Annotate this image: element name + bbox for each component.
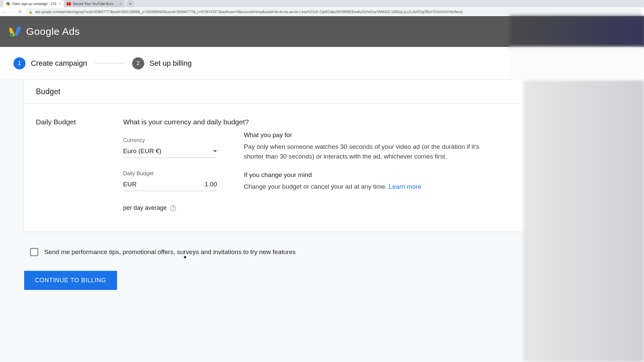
- favicon-youtube-icon: [67, 2, 71, 5]
- info-change-text: Change your budget or cancel your ad at …: [244, 182, 485, 192]
- reload-icon[interactable]: ⟳: [18, 9, 22, 14]
- card-header: Budget: [24, 80, 533, 104]
- tab-close-icon[interactable]: ×: [59, 2, 61, 6]
- browser-tab-inactive[interactable]: Secure Your YouTube Account ×: [64, 0, 124, 7]
- learn-more-link[interactable]: Learn more: [389, 183, 421, 190]
- step-label: Create campaign: [31, 59, 87, 68]
- lock-icon: 🔒: [29, 10, 33, 14]
- daily-budget-field[interactable]: EUR: [123, 179, 217, 191]
- tab-close-icon[interactable]: ×: [120, 2, 122, 6]
- budget-card: Budget Daily Budget What is your currenc…: [23, 80, 533, 232]
- step-label: Set up billing: [150, 59, 192, 68]
- tab-title: Secure Your YouTube Account: [73, 2, 118, 6]
- tips-checkbox-label: Send me performance tips, promotional of…: [44, 248, 296, 256]
- tips-checkbox[interactable]: [30, 248, 38, 256]
- svg-rect-1: [14, 26, 21, 36]
- address-bar-row: ← → ⟳ 🔒 ads.google.com/aw/video/signup?o…: [0, 7, 644, 16]
- help-icon[interactable]: ?: [170, 205, 176, 211]
- daily-budget-input[interactable]: [190, 181, 217, 188]
- budget-question: What is your currency and daily budget?: [123, 118, 264, 126]
- step-connector: [95, 63, 125, 63]
- step-number: 1: [13, 57, 25, 69]
- tab-title: Video sign-up campaign - 270: [12, 2, 57, 6]
- back-icon[interactable]: ←: [3, 9, 7, 14]
- continue-to-billing-button[interactable]: CONTINUE TO BILLING: [24, 271, 117, 290]
- info-pay-text: Pay only when someone watches 30 seconds…: [244, 142, 485, 161]
- brand-text: Google Ads: [26, 26, 80, 37]
- new-tab-button[interactable]: +: [127, 0, 134, 7]
- forward-icon[interactable]: →: [10, 9, 15, 14]
- blurred-region: [510, 16, 644, 47]
- currency-label: Currency: [123, 137, 217, 143]
- main-content: Budget Daily Budget What is your currenc…: [0, 80, 644, 362]
- currency-value: Euro (EUR €): [123, 147, 161, 155]
- currency-prefix: EUR: [123, 181, 137, 188]
- ads-logo-icon: [9, 25, 21, 38]
- step-set-up-billing[interactable]: 2 Set up billing: [132, 57, 192, 69]
- card-title: Budget: [36, 87, 521, 96]
- favicon-google-icon: [6, 2, 10, 6]
- chevron-down-icon: [213, 150, 217, 152]
- google-ads-logo[interactable]: Google Ads: [9, 25, 80, 38]
- tab-strip: Video sign-up campaign - 270 × Secure Yo…: [0, 0, 644, 7]
- url-text: ads.google.com/aw/video/signup?ocid=3598…: [35, 10, 463, 14]
- blurred-region: [510, 47, 644, 80]
- daily-budget-label: Daily Budget: [123, 171, 217, 177]
- step-create-campaign[interactable]: 1 Create campaign: [13, 57, 87, 69]
- info-change-title: If you change your mind: [244, 171, 485, 179]
- browser-tab-active[interactable]: Video sign-up campaign - 270 ×: [3, 0, 64, 7]
- svg-point-2: [10, 33, 14, 37]
- step-number: 2: [132, 57, 144, 69]
- budget-hint: per day average: [123, 204, 167, 212]
- currency-select[interactable]: Euro (EUR €): [123, 145, 217, 158]
- info-pay-title: What you pay for: [244, 131, 485, 139]
- section-title: Daily Budget: [36, 118, 96, 126]
- blurred-region: [523, 80, 644, 362]
- cursor-icon: ✦: [183, 254, 187, 260]
- url-bar[interactable]: 🔒 ads.google.com/aw/video/signup?ocid=35…: [25, 8, 641, 15]
- browser-chrome: Video sign-up campaign - 270 × Secure Yo…: [0, 0, 644, 16]
